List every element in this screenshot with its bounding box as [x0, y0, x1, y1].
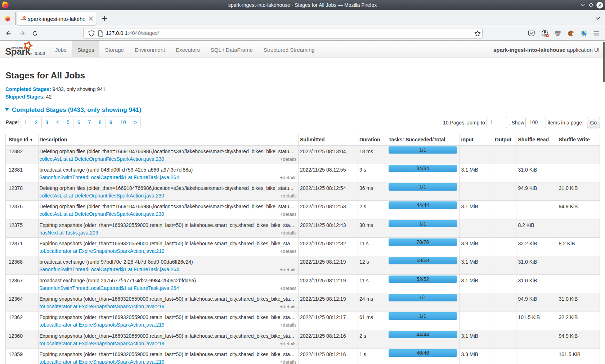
svg-text:Spark: Spark [20, 18, 26, 21]
svg-text:UO: UO [556, 32, 560, 35]
svg-text:TM: TM [30, 53, 32, 55]
